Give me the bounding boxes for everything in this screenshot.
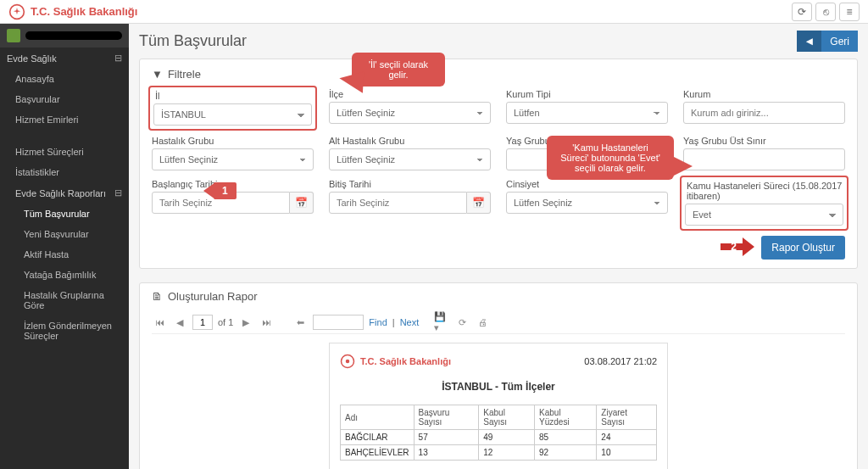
content-area: 1 Tüm Başvurular ◄ Geri 'İl' seçili olar… — [129, 24, 868, 469]
report-document: T.C. Sağlık Bakanlığı 03.08.2017 21:02 İ… — [329, 343, 668, 469]
user-block — [0, 24, 129, 47]
bitis-calendar-button[interactable]: 📅 — [467, 192, 491, 214]
svg-point-2 — [346, 360, 350, 364]
filter-panel: 'İl' seçili olarak gelir. 'Kamu Hastanel… — [139, 59, 858, 269]
report-header: 🗎 Oluşturulan Rapor — [152, 290, 845, 303]
sidebar-item-hastalik-gruplarina[interactable]: Hastalık Gruplarına Göre — [0, 285, 129, 315]
highlight-kamu: Kamu Hastaneleri Süreci (15.08.2017 itib… — [680, 176, 849, 231]
next-page-button[interactable]: ▶ — [238, 315, 253, 330]
collapse-icon: ⊟ — [114, 187, 122, 198]
back-button[interactable]: Geri — [821, 31, 858, 52]
back-nav-button[interactable]: ⬅ — [292, 315, 308, 330]
find-link[interactable]: Find — [369, 317, 387, 327]
alt-hastalik-select[interactable]: Lütfen Seçiniz — [329, 148, 491, 170]
baslangic-calendar-button[interactable]: 📅 — [290, 192, 314, 214]
sidebar-item-istatistikler[interactable]: İstatistikler — [0, 162, 129, 182]
filter-header: ▼ Filtrele — [152, 68, 845, 81]
document-icon: 🗎 — [152, 290, 163, 303]
sidebar-item-basvurular[interactable]: Başvurular — [0, 89, 129, 109]
button-row: 2 Rapor Oluştur — [152, 236, 845, 260]
report-panel: 🗎 Oluşturulan Rapor ⏮ ◀ of 1 ▶ ⏭ ⬅ Find … — [139, 282, 858, 469]
brand-area: T.C. Sağlık Bakanlığı — [8, 3, 137, 20]
brand-text: T.C. Sağlık Bakanlığı — [31, 5, 137, 18]
col-kabul: Kabul Sayısı — [479, 405, 535, 430]
sidebar-item-tum-basvurular[interactable]: Tüm Başvurular — [0, 204, 129, 224]
yas-ust-label: Yaş Grubu Üst Sınır — [683, 136, 845, 146]
sidebar-section-evde-saglik[interactable]: Evde Sağlık ⊟ — [0, 47, 129, 69]
last-page-button[interactable]: ⏭ — [259, 315, 274, 330]
page-of-label: of 1 — [218, 317, 233, 327]
sidebar-item-yeni-basvurular[interactable]: Yeni Başvurular — [0, 224, 129, 244]
back-arrow-button[interactable]: ◄ — [797, 31, 821, 52]
menu-button[interactable]: ≡ — [839, 3, 860, 21]
hastalik-label: Hastalık Grubu — [152, 136, 314, 146]
calendar-icon: 📅 — [295, 197, 308, 209]
ilce-select[interactable]: Lütfen Seçiniz — [329, 102, 491, 124]
print-button[interactable]: 🖨 — [475, 315, 490, 330]
page-header: Tüm Başvurular ◄ Geri — [139, 31, 858, 52]
col-basvuru: Başvuru Sayısı — [414, 405, 479, 430]
sidebar-item-hizmet-surecleri[interactable]: Hizmet Süreçleri — [0, 142, 129, 162]
sidebar-item-izlem-gonderilmeyen[interactable]: İzlem Gönderilmeyen Süreçler — [0, 315, 129, 346]
page-title: Tüm Başvurular — [139, 32, 247, 50]
sidebar-item-anasayfa[interactable]: Anasayfa — [0, 69, 129, 89]
report-table: Adı Başvuru Sayısı Kabul Sayısı Kabul Yü… — [340, 405, 657, 461]
table-row: BAĞCILAR 57 49 85 24 — [341, 430, 657, 445]
highlight-il: İl İSTANBUL — [148, 86, 317, 131]
kurum-label: Kurum — [683, 89, 845, 99]
filter-header-label: Filtrele — [168, 68, 201, 81]
doc-brand-text: T.C. Sağlık Bakanlığı — [360, 356, 451, 366]
avatar — [7, 29, 20, 42]
col-adi: Adı — [341, 405, 415, 430]
hastalik-select[interactable]: Lütfen Seçiniz — [152, 148, 314, 170]
refresh-report-button[interactable]: ⟳ — [454, 315, 470, 330]
marker-2-label: 2 — [726, 240, 742, 254]
kurum-tipi-label: Kurum Tipi — [506, 89, 668, 99]
sidebar-section-raporlar[interactable]: Evde Sağlık Raporları ⊟ — [0, 182, 129, 204]
alt-hastalik-label: Alt Hastalık Grubu — [329, 136, 491, 146]
kurum-input[interactable] — [683, 102, 845, 124]
annotation-marker-2: 2 — [721, 237, 754, 259]
bitis-label: Bitiş Tarihi — [329, 179, 491, 189]
annotation-callout-kamu: 'Kamu Hastaneleri Süreci' butonunda 'Eve… — [547, 136, 674, 180]
sidebar: Evde Sağlık ⊟ Anasayfa Başvurular Hizmet… — [0, 24, 129, 469]
back-button-group: ◄ Geri — [797, 31, 858, 52]
filter-icon: ▼ — [152, 68, 163, 81]
brand-logo-icon — [8, 3, 25, 20]
sidebar-item-hizmet-emirleri[interactable]: Hizmet Emirleri — [0, 109, 129, 130]
first-page-button[interactable]: ⏮ — [152, 315, 167, 330]
kamu-select[interactable]: Evet — [685, 204, 843, 226]
report-search-input[interactable] — [313, 315, 364, 330]
page-number-input[interactable] — [192, 315, 213, 330]
cinsiyet-select[interactable]: Lütfen Seçiniz — [506, 192, 668, 214]
yas-ust-input[interactable] — [683, 148, 845, 170]
refresh-button[interactable]: ⟳ — [792, 3, 812, 21]
export-button[interactable]: 💾▾ — [434, 315, 449, 330]
prev-page-button[interactable]: ◀ — [172, 315, 187, 330]
il-select[interactable]: İSTANBUL — [153, 103, 312, 126]
table-header-row: Adı Başvuru Sayısı Kabul Sayısı Kabul Yü… — [341, 405, 657, 430]
sidebar-section-label: Evde Sağlık — [7, 53, 57, 64]
doc-timestamp: 03.08.2017 21:02 — [584, 356, 657, 366]
report-header-label: Oluşturulan Rapor — [168, 290, 258, 303]
top-bar: T.C. Sağlık Bakanlığı ⟳ ⎋ ≡ — [0, 0, 868, 24]
annotation-callout-il: 'İl' seçili olarak gelir. — [352, 53, 445, 87]
top-buttons: ⟳ ⎋ ≡ — [792, 3, 860, 21]
brand-logo-icon — [340, 354, 355, 369]
annotation-marker-1: 1 — [214, 182, 236, 199]
kurum-tipi-select[interactable]: Lütfen — [506, 102, 668, 124]
sidebar-item-aktif-hasta[interactable]: Aktif Hasta — [0, 244, 129, 265]
col-ziyaret: Ziyaret Sayısı — [597, 405, 657, 430]
collapse-icon: ⊟ — [114, 53, 122, 64]
report-toolbar: ⏮ ◀ of 1 ▶ ⏭ ⬅ Find | Next 💾▾ ⟳ 🖨 — [152, 311, 845, 334]
next-link[interactable]: Next — [400, 317, 420, 327]
marker-1-label: 1 — [214, 182, 236, 199]
il-label: İl — [152, 89, 314, 101]
cinsiyet-label: Cinsiyet — [506, 179, 668, 189]
sidebar-item-yataga-bagimlilik[interactable]: Yatağa Bağımlılık — [0, 265, 129, 285]
kamu-label: Kamu Hastaneleri Süreci (15.08.2017 itib… — [683, 179, 845, 201]
calendar-icon: 📅 — [472, 197, 485, 209]
bitis-input[interactable] — [329, 192, 467, 214]
logout-button[interactable]: ⎋ — [815, 3, 836, 21]
rapor-olustur-button[interactable]: Rapor Oluştur — [761, 236, 845, 260]
